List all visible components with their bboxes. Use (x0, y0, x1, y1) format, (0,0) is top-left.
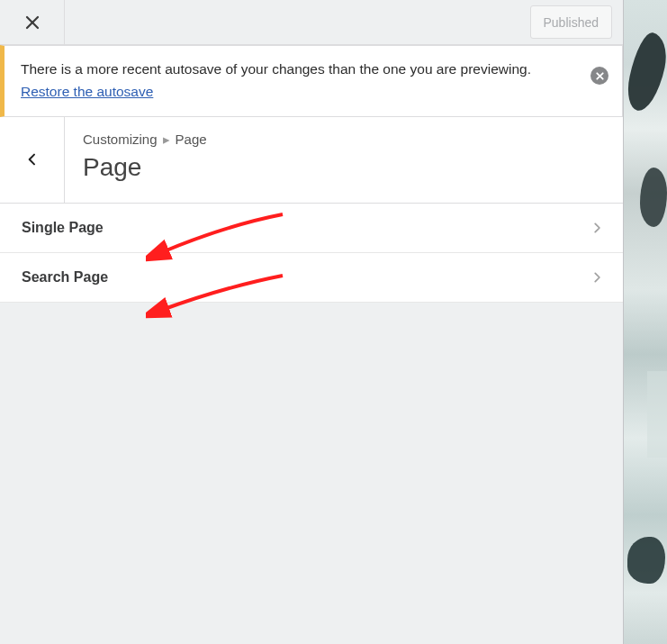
customizer-panel: Published There is a more recent autosav… (0, 0, 623, 644)
preview-decoration-icon (623, 30, 667, 114)
notice-message: There is a more recent autosave of your … (21, 61, 531, 77)
notice-text: There is a more recent autosave of your … (21, 59, 577, 104)
section-header: Customizing▸Page Page (0, 117, 623, 204)
section-head-content: Customizing▸Page Page (65, 117, 623, 203)
close-icon (24, 14, 41, 31)
chevron-left-icon (25, 152, 40, 167)
row-label: Single Page (22, 220, 104, 236)
chevron-right-icon (590, 271, 603, 284)
preview-decoration-icon (627, 537, 665, 584)
preview-decoration-icon (640, 168, 667, 227)
row-label: Search Page (22, 269, 108, 286)
row-single-page[interactable]: Single Page (0, 204, 623, 253)
published-button[interactable]: Published (530, 5, 613, 39)
breadcrumb-current: Page (176, 132, 207, 147)
breadcrumb-root: Customizing (83, 132, 158, 147)
row-search-page[interactable]: Search Page (0, 253, 623, 303)
page-title: Page (83, 153, 605, 182)
autosave-notice: There is a more recent autosave of your … (0, 45, 623, 117)
dismiss-icon (590, 67, 608, 85)
preview-decoration-icon (647, 371, 667, 458)
back-button[interactable] (0, 117, 65, 203)
topbar-spacer (65, 0, 519, 44)
restore-autosave-link[interactable]: Restore the autosave (21, 84, 153, 99)
dismiss-notice-button[interactable] (590, 66, 609, 86)
breadcrumb: Customizing▸Page (83, 132, 605, 148)
preview-pane (623, 0, 667, 644)
chevron-right-icon (590, 222, 603, 234)
close-button[interactable] (0, 0, 65, 44)
breadcrumb-separator-icon: ▸ (163, 132, 170, 147)
topbar: Published (0, 0, 623, 45)
